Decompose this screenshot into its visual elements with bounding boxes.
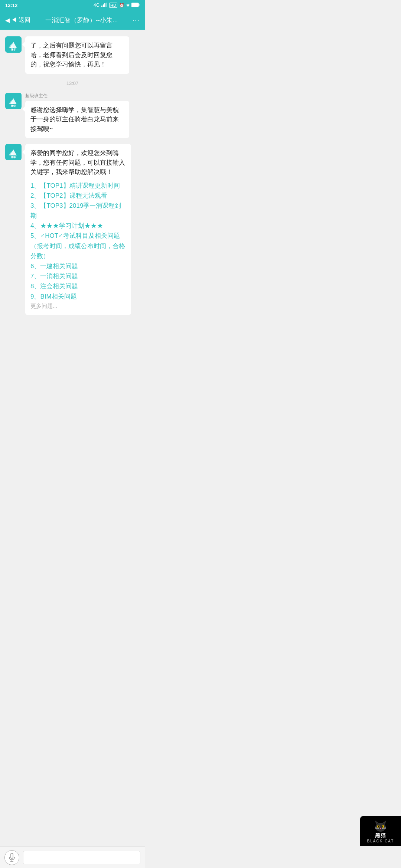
message-item: 嗨学 了，之后有问题您可以再留言哈，老师看到后会及时回复您的，祝您学习愉快，再见… [0, 33, 145, 77]
nav-bar: ◀ ◀ 返回 一消汇智（罗静）--小朱... ··· [0, 10, 145, 30]
nav-title: 一消汇智（罗静）--小朱... [33, 16, 129, 24]
hd-icon: HD [109, 3, 117, 8]
svg-rect-2 [104, 3, 105, 7]
more-button[interactable]: ··· [132, 16, 140, 24]
menu-link-1[interactable]: 1、【TOP1】精讲课程更新时间 [30, 181, 126, 191]
bluetooth-icon: ✱ [126, 3, 130, 8]
avatar-3: 嗨学 [5, 144, 22, 160]
status-bar: 13:12 4G HD ⏰ ✱ [0, 0, 145, 10]
menu-link-2[interactable]: 2、【TOP2】课程无法观看 [30, 191, 126, 201]
back-chevron-icon: ◀ [5, 17, 10, 24]
menu-link-9[interactable]: 9、BIM相关问题 [30, 292, 126, 302]
menu-link-8[interactable]: 8、注会相关问题 [30, 281, 126, 291]
svg-text:嗨学: 嗨学 [11, 155, 16, 159]
message-bubble: 了，之后有问题您可以再留言哈，老师看到后会及时回复您的，祝您学习愉快，再见！ [25, 36, 129, 74]
message-item-3: 嗨学 亲爱的同学您好，欢迎您来到嗨学，您有任何问题，可以直接输入关键字，我来帮助… [0, 141, 145, 318]
avatar-2: 嗨学 [5, 93, 22, 109]
svg-text:嗨学: 嗨学 [11, 48, 16, 51]
menu-link-5[interactable]: 5、♂HOT♂考试科目及相关问题（报考时间，成绩公布时间，合格分数） [30, 231, 126, 261]
menu-link-3[interactable]: 3、【TOP3】2019季一消课程到期 [30, 201, 126, 221]
message-content-2: 超级班主任 感谢您选择嗨学，集智慧与美貌于一身的班主任骑着白龙马前来接驾嗖~ [25, 93, 129, 138]
message-item-2: 嗨学 超级班主任 感谢您选择嗨学，集智慧与美貌于一身的班主任骑着白龙马前来接驾嗖… [0, 90, 145, 141]
timestamp: 13:07 [0, 80, 145, 86]
svg-rect-3 [106, 3, 107, 7]
message-intro: 亲爱的同学您好，欢迎您来到嗨学，您有任何问题，可以直接输入关键字，我来帮助您解决… [30, 148, 126, 177]
back-label: ◀ 返回 [11, 16, 30, 24]
battery-icon [131, 3, 140, 8]
back-button[interactable]: ◀ ◀ 返回 [5, 16, 30, 24]
menu-link-more[interactable]: 更多问题... [30, 302, 126, 310]
message-bubble-2: 感谢您选择嗨学，集智慧与美貌于一身的班主任骑着白龙马前来接驾嗖~ [25, 101, 129, 138]
menu-link-6[interactable]: 6、一建相关问题 [30, 261, 126, 271]
svg-rect-0 [101, 6, 102, 7]
status-icons: 4G HD ⏰ ✱ [94, 3, 140, 8]
message-content: 了，之后有问题您可以再留言哈，老师看到后会及时回复您的，祝您学习愉快，再见！ [25, 36, 129, 74]
svg-text:嗨学: 嗨学 [11, 104, 16, 108]
signal-bars-icon [101, 3, 107, 8]
signal-icon: 4G [94, 3, 100, 8]
sender-name: 超级班主任 [25, 93, 129, 99]
message-text: 了，之后有问题您可以再留言哈，老师看到后会及时回复您的，祝您学习愉快，再见！ [30, 42, 113, 68]
message-text-2: 感谢您选择嗨学，集智慧与美貌于一身的班主任骑着白龙马前来接驾嗖~ [30, 106, 119, 132]
message-bubble-3: 亲爱的同学您好，欢迎您来到嗨学，您有任何问题，可以直接输入关键字，我来帮助您解决… [25, 144, 131, 315]
alarm-icon: ⏰ [119, 3, 124, 8]
message-content-3: 亲爱的同学您好，欢迎您来到嗨学，您有任何问题，可以直接输入关键字，我来帮助您解决… [25, 144, 131, 315]
svg-rect-5 [139, 4, 140, 6]
status-time: 13:12 [5, 3, 17, 8]
svg-rect-4 [131, 3, 138, 7]
chat-area: 嗨学 了，之后有问题您可以再留言哈，老师看到后会及时回复您的，祝您学习愉快，再见… [0, 30, 145, 340]
menu-link-7[interactable]: 7、一消相关问题 [30, 271, 126, 281]
avatar: 嗨学 [5, 36, 22, 53]
svg-rect-1 [103, 4, 104, 7]
menu-link-4[interactable]: 4、★★★学习计划★★★ [30, 221, 126, 231]
